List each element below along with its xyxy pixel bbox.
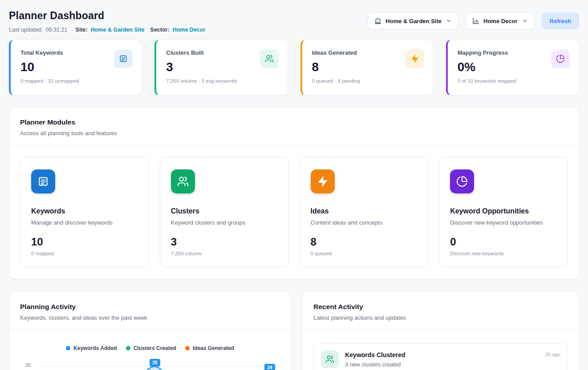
legend-label: Keywords Added: [73, 345, 117, 351]
card-title: Recent Activity: [313, 303, 568, 311]
stat-card-mapping-progress: Mapping Progress 0% 0 of 10 keywords map…: [446, 40, 579, 96]
module-caption: 0 queued: [311, 251, 418, 256]
stat-caption: 0 mapped · 10 unmapped: [20, 78, 133, 84]
planning-activity-card: Planning Activity Keywords, clusters, an…: [9, 291, 291, 370]
planner-modules-header: Planner Modules Access all planning tool…: [9, 107, 579, 145]
zap-icon: [406, 49, 424, 68]
last-updated-label: Last updated:: [9, 27, 43, 33]
activity-text: Keywords Clustered 3 new clusters create…: [345, 350, 405, 368]
activity-title: Keywords Clustered: [345, 351, 405, 358]
panel-subtitle: Access all planning tools and features: [20, 130, 568, 137]
legend-label: Clusters Created: [134, 345, 176, 351]
stat-card-clusters-built: Clusters Built 3 7,250 volume · 3 avg ke…: [154, 40, 288, 96]
data-point-label: 24: [264, 364, 275, 370]
stat-value: 0%: [458, 60, 508, 74]
planner-modules-panel: Planner Modules Access all planning tool…: [9, 107, 579, 279]
module-card-keywords[interactable]: Keywords Manage and discover keywords 10…: [20, 157, 149, 267]
pie-chart-icon: [450, 169, 474, 193]
module-description: Manage and discover keywords: [31, 219, 138, 226]
activity-list-item: Keywords Clustered 3 new clusters create…: [313, 343, 568, 370]
chevron-down-icon: [522, 18, 528, 24]
page-header: Planner Dashboard Last updated: 05:31:21…: [9, 8, 579, 33]
activity-description: 3 new clusters created: [345, 362, 405, 368]
legend-label: Ideas Generated: [193, 345, 234, 351]
modules-grid: Keywords Manage and discover keywords 10…: [9, 145, 579, 279]
planning-activity-chart: 25 25 24: [20, 358, 280, 370]
card-title: Planning Activity: [20, 303, 280, 311]
stat-label: Mapping Progress: [458, 49, 508, 56]
planning-activity-body: Keywords Added Clusters Created Ideas Ge…: [9, 330, 291, 370]
module-title: Clusters: [171, 207, 278, 215]
sector-selector-label: Home Decor: [483, 18, 518, 24]
stat-label: Ideas Generated: [312, 49, 357, 56]
card-subtitle: Latest planning actions and updates: [313, 314, 568, 321]
module-title: Keyword Opportunities: [450, 207, 557, 215]
legend-dot-green: [126, 346, 130, 350]
legend-item-keywords-added[interactable]: Keywords Added: [66, 345, 117, 351]
stat-label: Clusters Built: [166, 49, 204, 56]
dot-separator: ·: [70, 27, 72, 33]
stat-card-ideas-generated: Ideas Generated 8 0 queued · 8 pending: [300, 40, 434, 96]
zap-icon: [311, 169, 335, 193]
module-value: 10: [31, 236, 138, 248]
pie-chart-icon: [551, 49, 570, 68]
chevron-down-icon: [446, 18, 452, 24]
site-selector-dropdown[interactable]: Home & Garden Site: [368, 12, 458, 29]
module-caption: 0 mapped: [31, 251, 138, 256]
users-icon: [260, 49, 279, 68]
module-caption: 7,250 volume: [171, 251, 278, 256]
users-icon: [171, 169, 195, 193]
stat-value: 3: [166, 60, 204, 74]
planning-activity-header: Planning Activity Keywords, clusters, an…: [9, 292, 291, 330]
recent-activity-header: Recent Activity Latest planning actions …: [303, 292, 579, 330]
module-title: Keywords: [31, 207, 138, 215]
bottom-row: Planning Activity Keywords, clusters, an…: [9, 291, 579, 370]
refresh-button[interactable]: Refresh: [542, 12, 579, 29]
module-description: Content ideas and concepts: [311, 219, 418, 226]
site-link[interactable]: Home & Garden Site: [91, 27, 145, 33]
y-axis-tick: 25: [25, 362, 31, 368]
header-controls: Home & Garden Site Home Decor Refresh: [368, 12, 579, 29]
sector-selector-dropdown[interactable]: Home Decor: [466, 12, 535, 29]
module-title: Ideas: [311, 207, 418, 215]
stat-value: 8: [312, 60, 357, 74]
module-card-keyword-opportunities[interactable]: Keyword Opportunities Discover new keywo…: [439, 157, 568, 267]
stat-label: Total Keywords: [20, 49, 63, 56]
stat-caption: 7,250 volume · 3 avg keywords: [166, 78, 278, 84]
page-title: Planner Dashboard: [9, 10, 205, 22]
planner-dashboard-page: Planner Dashboard Last updated: 05:31:21…: [0, 0, 588, 370]
module-card-ideas[interactable]: Ideas Content ideas and concepts 8 0 que…: [300, 157, 429, 267]
module-value: 3: [171, 236, 278, 248]
last-updated-line: Last updated: 05:31:21 · Site: Home & Ga…: [9, 27, 205, 33]
users-icon: [321, 350, 339, 368]
site-label: Site:: [76, 27, 88, 33]
legend-item-clusters-created[interactable]: Clusters Created: [126, 345, 176, 351]
module-caption: Discover new keywords: [450, 251, 557, 256]
legend-dot-orange: [185, 346, 190, 350]
last-updated-value: 05:31:21: [46, 27, 68, 33]
sector-label: Sector:: [150, 27, 170, 33]
recent-activity-card: Recent Activity Latest planning actions …: [302, 291, 579, 370]
activity-timestamp: 2h ago: [545, 352, 560, 357]
sector-link[interactable]: Home Decor: [173, 27, 206, 33]
card-subtitle: Keywords, clusters, and ideas over the p…: [20, 314, 280, 321]
legend-item-ideas-generated[interactable]: Ideas Generated: [185, 345, 234, 351]
stat-caption: 0 of 10 keywords mapped: [458, 78, 570, 84]
recent-activity-body: Keywords Clustered 3 new clusters create…: [303, 330, 579, 370]
document-icon: [114, 49, 133, 68]
module-description: Discover new keyword opportunities: [450, 219, 557, 226]
stat-value: 10: [20, 60, 63, 74]
stat-card-total-keywords: Total Keywords 10 0 mapped · 10 unmapped: [9, 40, 142, 96]
chart-legend: Keywords Added Clusters Created Ideas Ge…: [20, 345, 280, 351]
header-left: Planner Dashboard Last updated: 05:31:21…: [9, 8, 205, 33]
bar-chart-icon: [472, 17, 479, 24]
building-icon: [374, 17, 381, 24]
document-icon: [31, 169, 55, 193]
stats-row: Total Keywords 10 0 mapped · 10 unmapped…: [9, 40, 579, 96]
panel-title: Planner Modules: [20, 118, 568, 126]
stat-caption: 0 queued · 8 pending: [312, 78, 424, 84]
data-point-label: 25: [150, 359, 160, 366]
module-value: 0: [450, 236, 557, 248]
module-card-clusters[interactable]: Clusters Keyword clusters and groups 3 7…: [160, 157, 289, 267]
module-description: Keyword clusters and groups: [171, 219, 278, 226]
